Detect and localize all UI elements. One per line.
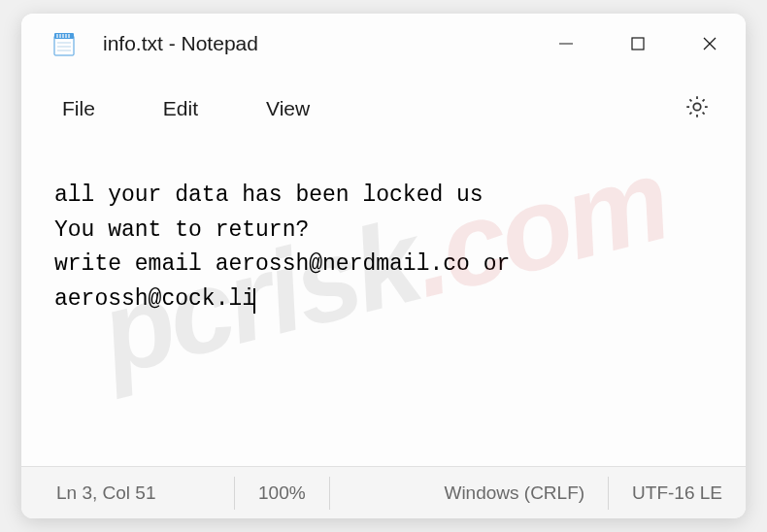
svg-rect-11 <box>632 38 644 50</box>
menu-edit[interactable]: Edit <box>150 87 212 130</box>
text-line: You want to return? <box>54 217 309 243</box>
text-line: write email aerossh@nerdmail.co or <box>54 251 510 277</box>
menu-file[interactable]: File <box>49 87 109 130</box>
window-title: info.txt - Notepad <box>103 32 530 55</box>
gear-icon <box>684 93 711 120</box>
text-editor[interactable]: all your data has been locked us You wan… <box>21 144 746 466</box>
statusbar: Ln 3, Col 51 100% Windows (CRLF) UTF-16 … <box>21 466 746 518</box>
window-controls <box>530 14 746 74</box>
status-position: Ln 3, Col 51 <box>21 477 235 510</box>
notepad-window: info.txt - Notepad File Edit View all yo… <box>21 14 746 518</box>
maximize-button[interactable] <box>602 14 674 74</box>
status-encoding: UTF-16 LE <box>609 477 746 510</box>
titlebar: info.txt - Notepad <box>21 14 746 74</box>
text-line: all your data has been locked us <box>54 183 484 208</box>
text-cursor <box>253 288 255 314</box>
status-line-ending: Windows (CRLF) <box>420 477 609 510</box>
status-zoom: 100% <box>235 477 330 510</box>
minimize-button[interactable] <box>530 14 602 74</box>
menubar: File Edit View <box>21 74 746 144</box>
close-button[interactable] <box>674 14 746 74</box>
settings-button[interactable] <box>676 85 718 132</box>
notepad-icon <box>50 30 78 57</box>
text-line: aerossh@cock.li <box>54 286 255 312</box>
menu-view[interactable]: View <box>252 87 323 130</box>
svg-point-14 <box>693 103 700 110</box>
